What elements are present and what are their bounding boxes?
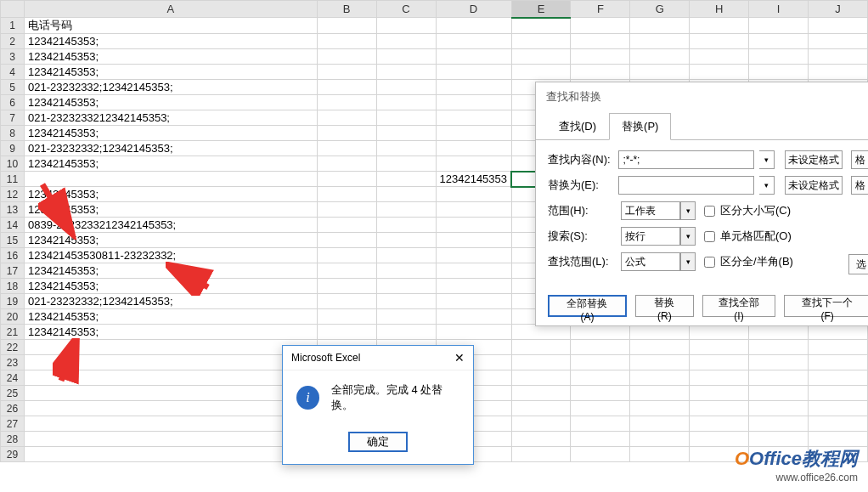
cell[interactable]	[317, 65, 376, 80]
cell[interactable]	[317, 80, 376, 95]
row-header[interactable]: 11	[1, 172, 25, 187]
cell[interactable]: 12342145353;	[24, 202, 317, 218]
cell[interactable]	[630, 34, 690, 49]
cell[interactable]	[630, 65, 690, 80]
cell[interactable]	[376, 34, 436, 49]
cell[interactable]: 12342145353;	[24, 263, 317, 279]
cell[interactable]	[376, 110, 436, 126]
cell[interactable]	[317, 126, 376, 141]
scope-select[interactable]: 工作表	[621, 201, 680, 220]
cell[interactable]	[317, 187, 376, 202]
cell[interactable]	[376, 126, 436, 141]
cell[interactable]	[630, 18, 690, 34]
cell[interactable]	[436, 95, 511, 110]
cell[interactable]	[317, 141, 376, 156]
cell[interactable]	[630, 340, 690, 355]
cell[interactable]	[749, 386, 809, 401]
row-header[interactable]: 1	[1, 18, 25, 34]
cell[interactable]: 电话号码	[24, 18, 317, 34]
chevron-down-icon[interactable]: ▾	[680, 227, 696, 246]
match-whole-checkbox[interactable]	[704, 231, 715, 242]
row-header[interactable]: 8	[1, 126, 25, 141]
cell[interactable]	[690, 49, 749, 65]
cell[interactable]	[571, 340, 630, 355]
cell[interactable]	[809, 49, 868, 65]
row-header[interactable]: 12	[1, 187, 25, 202]
column-header[interactable]: J	[809, 1, 868, 18]
cell[interactable]	[24, 370, 317, 386]
cell[interactable]	[436, 248, 511, 263]
cell[interactable]	[571, 447, 630, 462]
column-header[interactable]: I	[749, 1, 809, 18]
cell[interactable]	[317, 309, 376, 325]
cell[interactable]	[809, 386, 868, 401]
row-header[interactable]: 13	[1, 202, 25, 218]
cell[interactable]	[690, 386, 749, 401]
close-icon[interactable]: ✕	[454, 351, 465, 365]
cell[interactable]	[317, 248, 376, 263]
cell[interactable]	[749, 370, 809, 386]
cell[interactable]	[571, 65, 630, 80]
cell[interactable]	[571, 386, 630, 401]
cell[interactable]	[24, 432, 317, 447]
cell[interactable]	[749, 65, 809, 80]
cell[interactable]	[749, 325, 809, 340]
cell[interactable]: 12342145353;	[24, 126, 317, 141]
cell[interactable]	[511, 355, 571, 370]
cell[interactable]	[24, 355, 317, 370]
replace-dropdown[interactable]: ▾	[759, 176, 774, 195]
cell[interactable]	[511, 370, 571, 386]
cell[interactable]	[630, 370, 690, 386]
cell[interactable]	[511, 340, 571, 355]
cell[interactable]	[436, 233, 511, 248]
cell[interactable]: 12342145353;	[24, 309, 317, 325]
cell[interactable]	[376, 156, 436, 172]
cell[interactable]	[571, 370, 630, 386]
cell[interactable]	[317, 279, 376, 294]
ok-button[interactable]: 确定	[348, 432, 408, 452]
cell[interactable]: 12342145353;	[24, 325, 317, 340]
cell[interactable]	[630, 325, 690, 340]
cell[interactable]	[376, 187, 436, 202]
cell[interactable]: 123421453530811-23232332;	[24, 248, 317, 263]
cell[interactable]	[376, 202, 436, 218]
cell[interactable]	[436, 263, 511, 279]
cell[interactable]: 0839-2323233212342145353;	[24, 218, 317, 233]
cell[interactable]	[690, 18, 749, 34]
cell[interactable]	[436, 187, 511, 202]
chevron-down-icon[interactable]: ▾	[680, 252, 696, 271]
cell[interactable]	[690, 325, 749, 340]
cell[interactable]	[376, 263, 436, 279]
cell[interactable]	[511, 416, 571, 432]
column-header[interactable]: B	[317, 1, 376, 18]
cell[interactable]	[809, 416, 868, 432]
cell[interactable]	[436, 294, 511, 309]
row-header[interactable]: 23	[1, 355, 25, 370]
row-header[interactable]: 18	[1, 279, 25, 294]
cell[interactable]	[690, 401, 749, 416]
cell[interactable]	[317, 110, 376, 126]
cell[interactable]	[630, 447, 690, 462]
cell[interactable]	[571, 49, 630, 65]
cell[interactable]	[749, 340, 809, 355]
cell[interactable]	[436, 18, 511, 34]
cell[interactable]	[630, 401, 690, 416]
row-header[interactable]: 19	[1, 294, 25, 309]
cell[interactable]	[436, 309, 511, 325]
cell[interactable]	[809, 355, 868, 370]
replace-format-status[interactable]: 未设定格式	[785, 176, 843, 195]
row-header[interactable]: 27	[1, 416, 25, 432]
tab-find[interactable]: 查找(D)	[546, 113, 609, 140]
cell[interactable]	[571, 432, 630, 447]
cell[interactable]	[809, 370, 868, 386]
cell[interactable]	[24, 416, 317, 432]
cell[interactable]	[809, 401, 868, 416]
cell[interactable]: 12342145353;	[24, 233, 317, 248]
column-header[interactable]: H	[690, 1, 749, 18]
row-header[interactable]: 6	[1, 95, 25, 110]
cell[interactable]	[376, 325, 436, 340]
cell[interactable]: 021-23232332;12342145353;	[24, 294, 317, 309]
cell[interactable]	[376, 248, 436, 263]
cell[interactable]	[511, 447, 571, 462]
cell[interactable]	[317, 49, 376, 65]
